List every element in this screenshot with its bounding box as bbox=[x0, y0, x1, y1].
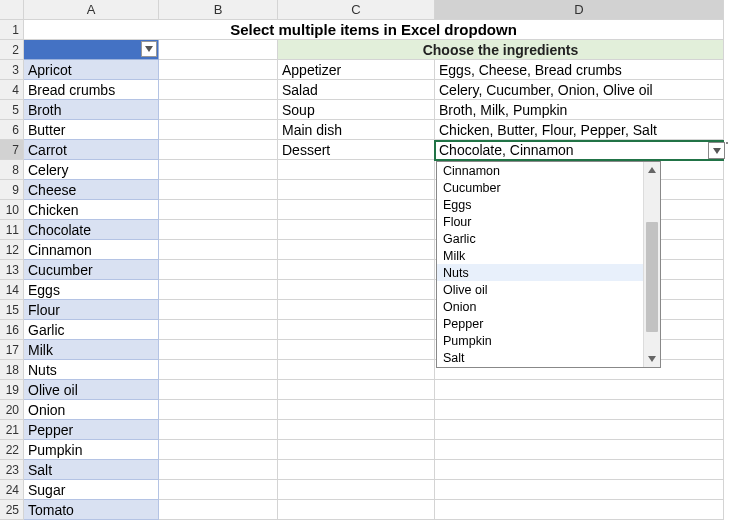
cell-C6[interactable]: Main dish bbox=[278, 120, 435, 140]
filter-button[interactable] bbox=[141, 41, 157, 57]
cell-B25[interactable] bbox=[159, 500, 278, 520]
dropdown-item[interactable]: Eggs bbox=[437, 196, 643, 213]
dropdown-item[interactable]: Pepper bbox=[437, 315, 643, 332]
cell-B3[interactable] bbox=[159, 60, 278, 80]
cell-C19[interactable] bbox=[278, 380, 435, 400]
cell-B8[interactable] bbox=[159, 160, 278, 180]
cell-D7[interactable]: Chocolate, Cinnamon bbox=[435, 140, 724, 160]
items-cell[interactable]: Cheese bbox=[24, 180, 159, 200]
cell-C23[interactable] bbox=[278, 460, 435, 480]
items-cell[interactable]: Bread crumbs bbox=[24, 80, 159, 100]
items-cell[interactable]: Pumpkin bbox=[24, 440, 159, 460]
cell-D23[interactable] bbox=[435, 460, 724, 480]
dropdown-item[interactable]: Onion bbox=[437, 298, 643, 315]
select-all-corner[interactable] bbox=[0, 0, 24, 20]
cell-B22[interactable] bbox=[159, 440, 278, 460]
cell-D4[interactable]: Celery, Cucumber, Onion, Olive oil bbox=[435, 80, 724, 100]
cell-D19[interactable] bbox=[435, 380, 724, 400]
row-header-2[interactable]: 2 bbox=[0, 40, 24, 60]
cell-C16[interactable] bbox=[278, 320, 435, 340]
items-cell[interactable]: Apricot bbox=[24, 60, 159, 80]
cell-B16[interactable] bbox=[159, 320, 278, 340]
row-header-12[interactable]: 12 bbox=[0, 240, 24, 260]
row-header-14[interactable]: 14 bbox=[0, 280, 24, 300]
dropdown-item[interactable]: Cucumber bbox=[437, 179, 643, 196]
cell-B12[interactable] bbox=[159, 240, 278, 260]
scroll-up-icon[interactable] bbox=[644, 162, 660, 178]
row-header-16[interactable]: 16 bbox=[0, 320, 24, 340]
cell-C15[interactable] bbox=[278, 300, 435, 320]
row-header-1[interactable]: 1 bbox=[0, 20, 24, 40]
cell-C14[interactable] bbox=[278, 280, 435, 300]
cell-C10[interactable] bbox=[278, 200, 435, 220]
cell-D3[interactable]: Eggs, Cheese, Bread crumbs bbox=[435, 60, 724, 80]
cell-B6[interactable] bbox=[159, 120, 278, 140]
row-header-10[interactable]: 10 bbox=[0, 200, 24, 220]
cell-D6[interactable]: Chicken, Butter, Flour, Pepper, Salt bbox=[435, 120, 724, 140]
column-header-C[interactable]: C bbox=[278, 0, 435, 20]
dropdown-button[interactable] bbox=[708, 142, 725, 159]
column-header-B[interactable]: B bbox=[159, 0, 278, 20]
cell-B9[interactable] bbox=[159, 180, 278, 200]
dropdown-item[interactable]: Pumpkin bbox=[437, 332, 643, 349]
cell-C8[interactable] bbox=[278, 160, 435, 180]
cell-C13[interactable] bbox=[278, 260, 435, 280]
cell-B15[interactable] bbox=[159, 300, 278, 320]
cell-B4[interactable] bbox=[159, 80, 278, 100]
row-header-17[interactable]: 17 bbox=[0, 340, 24, 360]
cell-C24[interactable] bbox=[278, 480, 435, 500]
items-cell[interactable]: Flour bbox=[24, 300, 159, 320]
cell-C7[interactable]: Dessert bbox=[278, 140, 435, 160]
dropdown-item[interactable]: Flour bbox=[437, 213, 643, 230]
dropdown-scrollbar[interactable] bbox=[643, 162, 660, 367]
row-header-19[interactable]: 19 bbox=[0, 380, 24, 400]
items-cell[interactable]: Milk bbox=[24, 340, 159, 360]
cell-B21[interactable] bbox=[159, 420, 278, 440]
items-cell[interactable]: Eggs bbox=[24, 280, 159, 300]
items-cell[interactable]: Garlic bbox=[24, 320, 159, 340]
row-header-22[interactable]: 22 bbox=[0, 440, 24, 460]
cell-B5[interactable] bbox=[159, 100, 278, 120]
items-cell[interactable]: Salt bbox=[24, 460, 159, 480]
row-header-8[interactable]: 8 bbox=[0, 160, 24, 180]
scroll-thumb[interactable] bbox=[646, 222, 658, 332]
cell-C11[interactable] bbox=[278, 220, 435, 240]
cell-C9[interactable] bbox=[278, 180, 435, 200]
cell-B19[interactable] bbox=[159, 380, 278, 400]
dropdown-button[interactable] bbox=[726, 142, 728, 144]
items-cell[interactable]: Olive oil bbox=[24, 380, 159, 400]
cell-C18[interactable] bbox=[278, 360, 435, 380]
items-cell[interactable]: Cinnamon bbox=[24, 240, 159, 260]
row-header-18[interactable]: 18 bbox=[0, 360, 24, 380]
cell-C3[interactable]: Appetizer bbox=[278, 60, 435, 80]
cell-C4[interactable]: Salad bbox=[278, 80, 435, 100]
row-header-6[interactable]: 6 bbox=[0, 120, 24, 140]
cell-B14[interactable] bbox=[159, 280, 278, 300]
column-header-D[interactable]: D bbox=[435, 0, 724, 20]
row-header-25[interactable]: 25 bbox=[0, 500, 24, 520]
items-cell[interactable]: Nuts bbox=[24, 360, 159, 380]
cell-B7[interactable] bbox=[159, 140, 278, 160]
row-header-21[interactable]: 21 bbox=[0, 420, 24, 440]
items-cell[interactable]: Sugar bbox=[24, 480, 159, 500]
items-cell[interactable]: Onion bbox=[24, 400, 159, 420]
cell-C17[interactable] bbox=[278, 340, 435, 360]
cell-D20[interactable] bbox=[435, 400, 724, 420]
row-header-24[interactable]: 24 bbox=[0, 480, 24, 500]
cell-B13[interactable] bbox=[159, 260, 278, 280]
row-header-4[interactable]: 4 bbox=[0, 80, 24, 100]
row-header-5[interactable]: 5 bbox=[0, 100, 24, 120]
cell-C22[interactable] bbox=[278, 440, 435, 460]
row-header-15[interactable]: 15 bbox=[0, 300, 24, 320]
items-cell[interactable]: Tomato bbox=[24, 500, 159, 520]
row-header-13[interactable]: 13 bbox=[0, 260, 24, 280]
row-header-23[interactable]: 23 bbox=[0, 460, 24, 480]
cell-C12[interactable] bbox=[278, 240, 435, 260]
items-cell[interactable]: Chocolate bbox=[24, 220, 159, 240]
dropdown-item[interactable]: Nuts bbox=[437, 264, 643, 281]
dropdown-item[interactable]: Milk bbox=[437, 247, 643, 264]
items-header[interactable] bbox=[24, 40, 159, 60]
items-cell[interactable]: Butter bbox=[24, 120, 159, 140]
cell-D5[interactable]: Broth, Milk, Pumpkin bbox=[435, 100, 724, 120]
cell-B24[interactable] bbox=[159, 480, 278, 500]
